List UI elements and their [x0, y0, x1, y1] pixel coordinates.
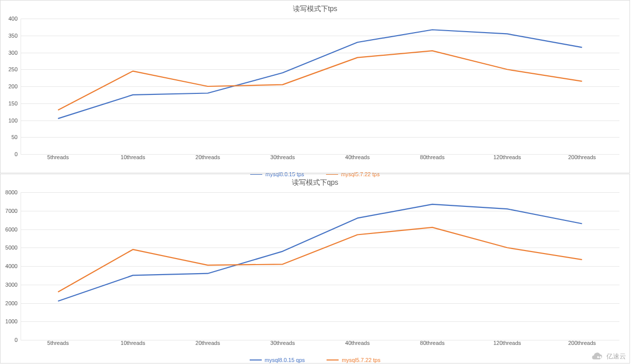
y-tick-label: 1000: [1, 318, 18, 324]
x-tick-label: 40threads: [345, 340, 370, 346]
y-tick-label: 0: [1, 337, 18, 343]
y-tick-label: 2000: [1, 300, 18, 306]
svg-point-2: [599, 356, 600, 357]
x-tick-label: 10threads: [121, 340, 145, 346]
series-line: [58, 30, 582, 118]
qps-x-axis: 5threads10threads20threads30threads40thr…: [21, 340, 619, 350]
tps-chart-title: 读写模式下tps: [1, 1, 629, 16]
series-line: [58, 204, 582, 301]
line-layer: [21, 192, 619, 340]
y-tick-label: 3000: [1, 282, 18, 288]
y-tick-label: 350: [1, 33, 18, 39]
y-tick-label: 100: [1, 117, 18, 124]
y-tick-label: 8000: [1, 189, 18, 195]
series-line: [58, 227, 582, 292]
x-tick-label: 30threads: [270, 154, 295, 160]
x-tick-label: 200threads: [568, 154, 596, 160]
y-tick-label: 250: [1, 66, 18, 72]
qps-chart-title: 读写模式下qps: [1, 174, 629, 189]
x-tick-label: 40threads: [345, 154, 370, 160]
y-tick-label: 200: [1, 83, 18, 89]
y-tick-label: 6000: [1, 226, 18, 232]
x-tick-label: 20threads: [195, 340, 220, 346]
y-tick-label: 5000: [1, 245, 18, 251]
y-tick-label: 400: [1, 16, 18, 22]
legend-swatch-icon: [250, 359, 262, 360]
x-tick-label: 5threads: [47, 340, 69, 346]
tps-chart-panel: 读写模式下tps 050100150200250300350400 5threa…: [0, 0, 630, 173]
x-tick-label: 120threads: [493, 340, 521, 346]
series-line: [58, 51, 582, 110]
y-tick-label: 7000: [1, 208, 18, 214]
watermark: 亿速云: [590, 352, 626, 361]
legend-label: mysql5.7.22 tps: [342, 357, 380, 363]
qps-plot-area: 010002000300040005000600070008000: [21, 192, 619, 340]
legend-item-mysql57-qps: mysql5.7.22 tps: [327, 357, 380, 363]
y-tick-label: 4000: [1, 263, 18, 269]
x-tick-label: 120threads: [493, 154, 521, 160]
x-tick-label: 20threads: [195, 154, 220, 160]
legend-item-mysql8-qps: mysql8.0.15 qps: [250, 357, 305, 363]
cloud-icon: [590, 352, 603, 361]
y-tick-label: 150: [1, 100, 18, 106]
x-tick-label: 80threads: [420, 340, 445, 346]
x-tick-label: 5threads: [47, 154, 69, 160]
legend-label: mysql8.0.15 qps: [265, 357, 305, 363]
legend-swatch-icon: [327, 359, 339, 360]
x-tick-label: 30threads: [270, 340, 295, 346]
x-tick-label: 80threads: [420, 154, 445, 160]
qps-chart-panel: 读写模式下qps 0100020003000400050006000700080…: [0, 174, 630, 363]
watermark-text: 亿速云: [606, 352, 626, 361]
y-tick-label: 50: [1, 134, 18, 140]
x-tick-label: 10threads: [121, 154, 145, 160]
qps-legend: mysql8.0.15 qps mysql5.7.22 tps: [1, 350, 629, 363]
y-tick-label: 0: [1, 151, 18, 157]
tps-plot-area: 050100150200250300350400: [21, 19, 619, 154]
x-tick-label: 200threads: [568, 340, 596, 346]
line-layer: [21, 19, 619, 154]
y-tick-label: 300: [1, 50, 18, 56]
tps-x-axis: 5threads10threads20threads30threads40thr…: [21, 154, 619, 164]
